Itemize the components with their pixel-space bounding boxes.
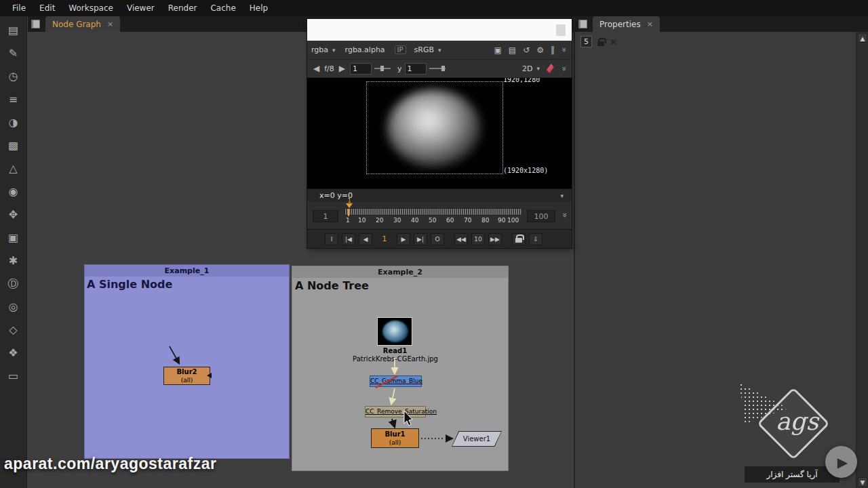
gamma-slider[interactable]	[429, 64, 446, 73]
menu-help[interactable]: Help	[243, 0, 275, 16]
menu-viewer[interactable]: Viewer	[120, 0, 161, 16]
channel-select[interactable]: rgba	[311, 45, 328, 54]
lock-range-button[interactable]	[512, 233, 526, 245]
backdrop-title: Example_1	[85, 265, 289, 277]
viewer-panel: rgba ▾ rgba.alpha IP sRGB ▾ ▣ ▤ ↺ ⚙ ‖ » …	[307, 19, 572, 248]
channel-nodes-icon[interactable]: ≡	[6, 92, 21, 107]
range-start-box[interactable]: 1	[313, 210, 338, 222]
toolsets-nodes-icon[interactable]: ❖	[6, 346, 21, 361]
ags-logo-text: ags	[776, 407, 818, 435]
transform-nodes-icon[interactable]: ✥	[6, 207, 21, 222]
node-blur1[interactable]: Blur1 (all)	[371, 428, 419, 448]
input-process-toggle[interactable]: IP	[395, 45, 406, 54]
range-end-box[interactable]: 100	[527, 210, 555, 222]
3d-nodes-icon[interactable]: ▣	[6, 230, 21, 245]
menu-edit[interactable]: Edit	[33, 0, 62, 16]
current-frame-display[interactable]: 1	[376, 235, 393, 243]
node-cc-gamma-blue[interactable]: CC_Gamma_Blue	[370, 375, 422, 387]
deep-nodes-icon[interactable]: Ⓓ	[6, 277, 21, 291]
metadata-nodes-icon[interactable]: ◇	[6, 323, 21, 338]
gain-input[interactable]	[350, 63, 372, 75]
properties-tabbar: Properties ×	[575, 16, 868, 32]
filter-nodes-icon[interactable]: ▩	[6, 138, 21, 153]
tab-close-icon[interactable]: ×	[647, 20, 653, 28]
chevron-down-icon: ▾	[560, 192, 564, 199]
prev-frame-button[interactable]: ◀	[359, 233, 372, 245]
gain-slider[interactable]	[374, 64, 391, 73]
menu-render[interactable]: Render	[161, 0, 204, 16]
scroll-up-icon[interactable]: ▲	[858, 33, 867, 43]
node-viewer1[interactable]: Viewer1	[452, 431, 502, 447]
tick-label: 70	[464, 217, 471, 224]
viewer-tab-strip[interactable]	[307, 19, 572, 41]
skip-back-button[interactable]: ◀◀	[454, 233, 468, 245]
chevron-down-icon: ▾	[537, 65, 540, 72]
first-frame-button[interactable]: |◀	[342, 233, 355, 245]
node-read1-name: Read1	[366, 347, 424, 354]
lock-icon	[515, 238, 522, 243]
display-mode-alt-icon[interactable]: ▤	[509, 45, 516, 55]
frame-ruler[interactable]: 1 10 20 30 40 50 60 70 80 90 100	[344, 208, 523, 226]
node-cc-remove-saturation[interactable]: CC_Remove_Saturation	[365, 406, 426, 418]
scroll-down-icon[interactable]: ▼	[858, 477, 867, 487]
menu-file[interactable]: File	[5, 0, 33, 16]
menubar: File Edit Workspace Viewer Render Cache …	[0, 0, 868, 16]
display-mode-icon[interactable]: ▣	[494, 45, 502, 55]
play-button[interactable]: ▶	[397, 233, 410, 245]
collapse-chevrons-icon[interactable]: »	[560, 213, 570, 218]
pane-menu-icon[interactable]	[31, 20, 40, 28]
view-mode-select[interactable]: 2D	[522, 64, 532, 73]
pane-menu-icon[interactable]	[578, 20, 587, 28]
tab-node-graph[interactable]: Node Graph ×	[45, 16, 120, 32]
lut-select[interactable]: sRGB	[414, 45, 434, 54]
lock-panels-icon[interactable]	[597, 41, 604, 46]
alpha-channel-select[interactable]: rgba.alpha	[345, 45, 385, 54]
max-panels-count[interactable]: 5	[580, 36, 592, 47]
skip-increment-box[interactable]: 10	[471, 233, 485, 245]
play-icon: ▶	[837, 454, 848, 470]
gamma-input[interactable]	[405, 63, 427, 75]
pause-icon[interactable]: ‖	[551, 45, 555, 55]
color-sample-icon[interactable]	[547, 64, 554, 73]
collapse-chevrons-icon[interactable]: »	[560, 66, 570, 71]
merge-nodes-icon[interactable]: ◉	[6, 184, 21, 199]
viewer-image-area[interactable]: 1920,1280 (1920x1280)	[307, 78, 572, 188]
refresh-icon[interactable]: ↺	[523, 45, 530, 55]
tick-label: 100	[507, 217, 519, 224]
flipbook-render-button[interactable]: ⇩	[529, 233, 542, 245]
menu-cache[interactable]: Cache	[203, 0, 242, 16]
node-read1[interactable]	[377, 317, 412, 346]
video-play-overlay-button[interactable]: ▶	[825, 446, 857, 478]
last-frame-button[interactable]: ▶|	[414, 233, 427, 245]
viewer-settings-gear-icon[interactable]: ⚙	[536, 45, 544, 55]
menu-workspace[interactable]: Workspace	[62, 0, 120, 16]
tab-properties-label: Properties	[599, 20, 641, 29]
backdrop-example-1[interactable]: Example_1 A Single Node	[84, 264, 290, 459]
next-stop-icon[interactable]: ▶	[339, 64, 345, 73]
draw-nodes-icon[interactable]: ✎	[6, 46, 21, 61]
gamma-label: y	[397, 64, 402, 73]
node-blur2[interactable]: Blur2 (all)	[163, 367, 210, 385]
close-all-panels-icon[interactable]: ×	[610, 37, 617, 47]
views-nodes-icon[interactable]: ◎	[6, 300, 21, 314]
tick-label: 40	[411, 217, 418, 224]
time-nodes-icon[interactable]: ◷	[6, 69, 21, 84]
playhead[interactable]: 1	[344, 198, 354, 211]
prev-stop-icon[interactable]: ◀	[313, 64, 319, 73]
color-nodes-icon[interactable]: ◑	[6, 115, 21, 130]
tab-properties[interactable]: Properties ×	[593, 16, 660, 32]
chevron-down-icon: ▾	[438, 47, 441, 54]
out-point-button[interactable]: O	[431, 233, 444, 245]
skip-forward-button[interactable]: ▶▶	[488, 233, 502, 245]
image-nodes-icon[interactable]: ▤	[6, 23, 21, 38]
tab-close-icon[interactable]: ×	[107, 20, 113, 28]
other-nodes-icon[interactable]: ▭	[6, 369, 21, 384]
in-point-button[interactable]: I	[325, 233, 338, 245]
read1-thumbnail-earth	[382, 321, 408, 342]
transport-controls: I |◀ ◀ 1 ▶ ▶| O ◀◀ 10 ▶▶ ⇩	[307, 229, 572, 248]
format-label: (1920x1280)	[503, 167, 548, 174]
collapse-chevrons-icon[interactable]: »	[560, 47, 570, 53]
particles-nodes-icon[interactable]: ✱	[6, 253, 21, 268]
properties-scrollbar[interactable]: ▲ ▼	[856, 32, 868, 488]
keyer-nodes-icon[interactable]: △	[6, 161, 21, 176]
